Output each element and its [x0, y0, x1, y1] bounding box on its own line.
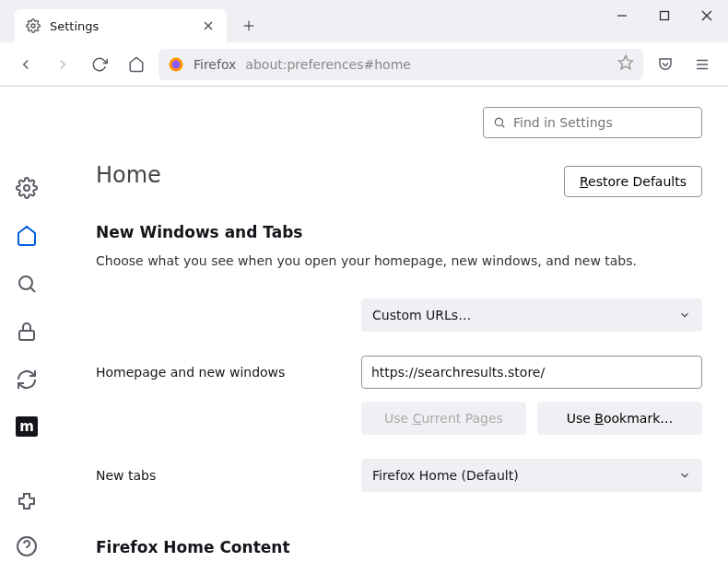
url-address: about:preferences#home	[245, 57, 608, 72]
url-label: Firefox	[194, 57, 236, 72]
gear-icon	[26, 18, 41, 33]
sidebar-home-icon[interactable]	[16, 225, 38, 247]
menu-button[interactable]	[687, 50, 717, 79]
home-button[interactable]	[122, 50, 151, 79]
svg-line-22	[501, 124, 504, 127]
homepage-mode-select[interactable]: Custom URLs…	[361, 298, 702, 332]
bookmark-star-icon[interactable]	[617, 54, 634, 75]
firefox-icon	[168, 56, 184, 73]
sidebar: m	[0, 87, 53, 585]
svg-line-17	[30, 287, 35, 292]
sidebar-help-icon[interactable]	[16, 535, 38, 557]
svg-point-21	[495, 118, 502, 125]
forward-button[interactable]	[48, 50, 77, 79]
tab-settings[interactable]: Settings	[15, 9, 227, 42]
url-bar[interactable]: Firefox about:preferences#home	[159, 49, 643, 80]
back-button[interactable]	[11, 50, 41, 79]
svg-rect-18	[19, 331, 34, 340]
pocket-button[interactable]	[651, 50, 680, 79]
sidebar-general-icon[interactable]	[16, 177, 38, 199]
svg-point-10	[172, 60, 181, 68]
maximize-button[interactable]	[643, 0, 686, 31]
window-controls	[601, 0, 728, 42]
main-panel: Home Restore Defaults New Windows and Ta…	[53, 87, 728, 585]
sidebar-extensions-icon[interactable]	[16, 491, 38, 513]
new-tab-button[interactable]	[234, 11, 264, 41]
homepage-label: Homepage and new windows	[96, 365, 343, 380]
minimize-button[interactable]	[601, 0, 643, 31]
sidebar-privacy-icon[interactable]	[16, 321, 38, 343]
homepage-mode-value: Custom URLs…	[372, 308, 471, 322]
sidebar-sync-icon[interactable]	[16, 369, 38, 391]
restore-defaults-button[interactable]: Restore Defaults	[564, 166, 702, 197]
svg-marker-11	[619, 55, 633, 68]
use-bookmark-button[interactable]: Use Bookmark…	[537, 402, 702, 435]
section-new-windows-desc: Choose what you see when you open your h…	[96, 252, 702, 271]
svg-point-16	[19, 276, 32, 289]
toolbar: Firefox about:preferences#home	[0, 42, 728, 87]
sidebar-search-icon[interactable]	[16, 273, 38, 295]
homepage-url-input[interactable]	[361, 356, 702, 389]
settings-search-input[interactable]	[513, 115, 692, 130]
reload-button[interactable]	[85, 50, 114, 79]
settings-search[interactable]	[483, 107, 702, 138]
newtabs-value: Firefox Home (Default)	[372, 468, 519, 483]
section-home-content-heading: Firefox Home Content	[96, 538, 702, 556]
newtabs-label: New tabs	[96, 468, 343, 483]
svg-point-15	[24, 185, 29, 191]
svg-point-0	[31, 24, 35, 28]
tab-title: Settings	[50, 19, 201, 33]
newtabs-select[interactable]: Firefox Home (Default)	[361, 459, 702, 492]
sidebar-mozilla-icon[interactable]: m	[16, 416, 38, 437]
svg-rect-6	[661, 12, 669, 20]
close-icon[interactable]	[201, 18, 216, 33]
section-new-windows-heading: New Windows and Tabs	[96, 223, 702, 241]
use-current-pages-button[interactable]: Use Current Pages	[361, 402, 526, 435]
close-window-button[interactable]	[686, 0, 728, 31]
